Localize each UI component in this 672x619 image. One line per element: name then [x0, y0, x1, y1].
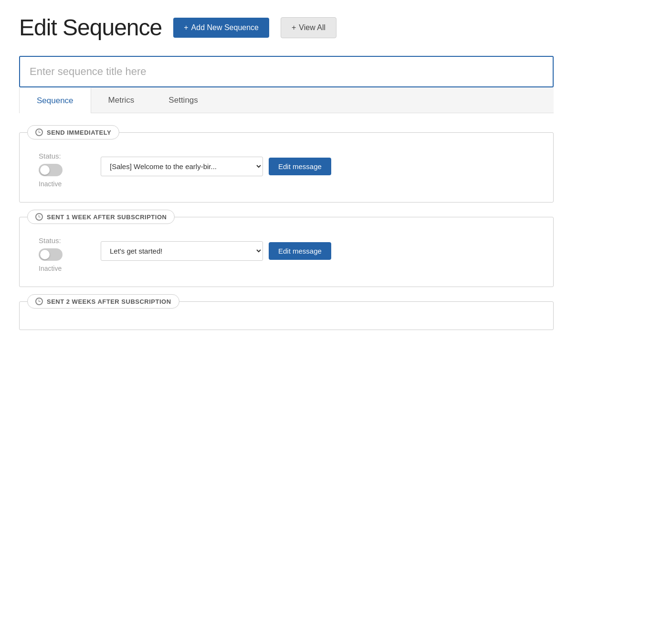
tab-settings[interactable]: Settings — [151, 87, 215, 113]
sequence-block-2: SENT 1 WEEK AFTER SUBSCRIPTION Status: I… — [19, 217, 554, 287]
block-2-timing-label: SENT 1 WEEK AFTER SUBSCRIPTION — [47, 213, 167, 221]
block-1-header: SEND IMMEDIATELY — [27, 125, 119, 139]
tabs-container: Sequence Metrics Settings — [19, 87, 554, 113]
block-2-toggle[interactable] — [39, 248, 63, 261]
view-all-button[interactable]: + View All — [281, 17, 336, 38]
block-1-toggle-thumb — [40, 165, 50, 175]
block-1-edit-button[interactable]: Edit message — [269, 158, 331, 175]
page-header: Edit Sequence + Add New Sequence + View … — [19, 14, 653, 41]
block-2-edit-button[interactable]: Edit message — [269, 242, 331, 260]
sequence-block-1: SEND IMMEDIATELY Status: Inactive [Sales… — [19, 132, 554, 203]
block-1-inactive-label: Inactive — [39, 180, 62, 188]
block-3-timing-label: SENT 2 WEEKS AFTER SUBSCRIPTION — [47, 298, 171, 305]
content-area: Sequence Metrics Settings SEND IMMEDIATE… — [19, 56, 554, 330]
block-2-message-select[interactable]: Let's get started! — [101, 241, 263, 261]
add-new-sequence-button[interactable]: + Add New Sequence — [173, 18, 269, 38]
block-2-body: Status: Inactive Let's get started! Edit… — [20, 217, 553, 287]
block-1-message-select[interactable]: [Sales] Welcome to the early-bir... — [101, 157, 263, 176]
block-1-timing-label: SEND IMMEDIATELY — [47, 129, 111, 136]
block-1-message-section: [Sales] Welcome to the early-bir... Edit… — [101, 157, 534, 176]
block-2-header: SENT 1 WEEK AFTER SUBSCRIPTION — [27, 210, 175, 224]
tab-metrics[interactable]: Metrics — [91, 87, 152, 113]
block-2-message-section: Let's get started! Edit message — [101, 241, 534, 261]
block-1-status-section: Status: Inactive — [39, 152, 82, 188]
sequence-block-3: SENT 2 WEEKS AFTER SUBSCRIPTION — [19, 301, 554, 330]
sequence-title-input[interactable] — [19, 56, 554, 87]
tab-sequence[interactable]: Sequence — [19, 87, 91, 113]
view-all-label: View All — [299, 23, 326, 32]
clock-icon-3 — [35, 298, 43, 305]
clock-icon-1 — [35, 128, 43, 136]
block-2-status-label: Status: — [39, 236, 61, 245]
add-button-label: Add New Sequence — [191, 23, 259, 32]
block-3-header: SENT 2 WEEKS AFTER SUBSCRIPTION — [27, 294, 179, 309]
block-1-status-label: Status: — [39, 152, 61, 160]
block-2-status-section: Status: Inactive — [39, 236, 82, 272]
block-2-inactive-label: Inactive — [39, 265, 62, 272]
plus-icon-secondary: + — [292, 23, 296, 32]
plus-icon: + — [184, 23, 188, 32]
title-input-wrapper — [19, 56, 554, 87]
clock-icon-2 — [35, 213, 43, 221]
page-title: Edit Sequence — [19, 14, 162, 41]
block-1-toggle[interactable] — [39, 164, 63, 176]
block-2-toggle-thumb — [40, 250, 50, 259]
block-1-body: Status: Inactive [Sales] Welcome to the … — [20, 133, 553, 202]
